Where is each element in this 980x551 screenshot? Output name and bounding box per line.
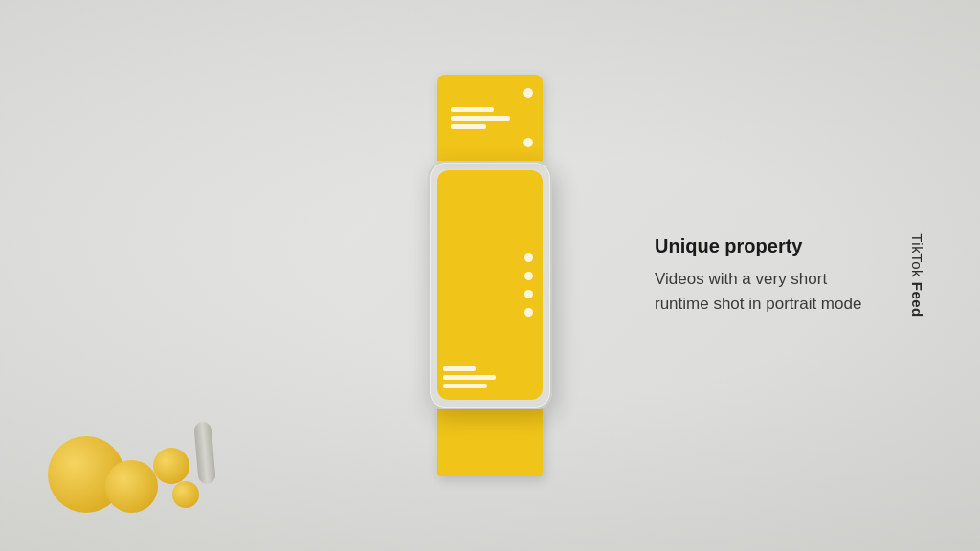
description-text: Videos with a very short runtime shot in… <box>655 267 865 318</box>
phone-top-block <box>437 75 543 161</box>
phone-dot-4 <box>524 308 533 317</box>
text-content-area: Unique property Videos with a very short… <box>655 234 865 318</box>
sphere-tiny <box>172 481 199 508</box>
top-lines-group <box>451 107 529 129</box>
top-line-2 <box>451 116 510 121</box>
phone-device <box>428 75 552 476</box>
phone-frame <box>428 161 552 409</box>
top-line-1 <box>451 107 494 112</box>
brand-prefix: TikTok <box>909 233 925 281</box>
sphere-medium <box>105 460 158 513</box>
sphere-small <box>153 448 189 484</box>
phone-dot-1 <box>524 253 533 262</box>
phone-dot-3 <box>524 290 533 298</box>
brand-label: TikTok Feed <box>909 233 925 317</box>
phone-bottom-content <box>443 366 523 388</box>
top-line-3 <box>451 124 486 129</box>
top-block-dot-top <box>523 88 533 98</box>
top-block-dot-bottom <box>523 138 533 147</box>
bottom-line-1 <box>443 366 476 371</box>
phone-dot-2 <box>524 272 533 280</box>
phone-bottom-block <box>437 409 543 476</box>
brand-suffix: Feed <box>909 282 925 318</box>
phone-dots <box>524 253 533 317</box>
unique-property-title: Unique property <box>655 234 865 257</box>
bottom-line-2 <box>443 375 496 380</box>
bottom-line-3 <box>443 384 487 388</box>
